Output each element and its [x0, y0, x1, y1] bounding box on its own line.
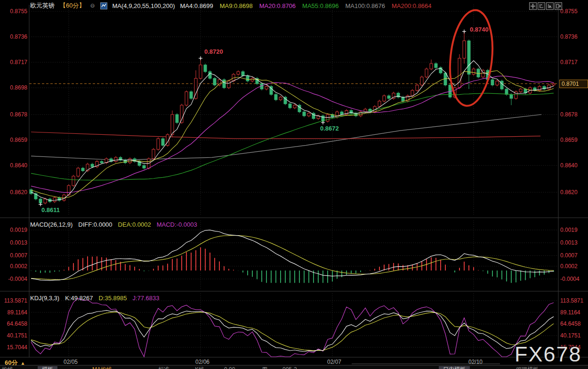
- candle: [157, 139, 160, 149]
- candle: [496, 81, 499, 85]
- candle: [72, 176, 75, 186]
- candle: [81, 168, 84, 171]
- macd-axis-tick-right: -0.0004: [560, 276, 580, 282]
- exit-panel-icon[interactable]: [555, 2, 562, 10]
- bottom-tab[interactable]: 005-2: [282, 366, 297, 369]
- bottom-tab[interactable]: 均线: [2, 366, 13, 369]
- kdj-axis-tick-right: 40.1751: [560, 333, 580, 339]
- candle: [279, 97, 282, 100]
- macd-axis-tick-left: 0.0002: [0, 263, 27, 270]
- bottom-tab[interactable]: 模板: [38, 366, 57, 369]
- candle: [213, 78, 216, 85]
- candle: [383, 96, 386, 101]
- main-axis-tick-left: 0.8755: [0, 8, 27, 15]
- main-axis-tick-left: 0.8659: [0, 137, 27, 143]
- ma-group-label: MA(4,9,20,55,100,200): [113, 2, 175, 9]
- price-annotation: 0.8672: [320, 125, 339, 132]
- candle: [190, 92, 193, 98]
- indicator-value-label: J:77.6833: [132, 295, 159, 302]
- candle: [44, 199, 47, 203]
- candle: [227, 81, 230, 88]
- ma9-line: [31, 71, 554, 198]
- candle: [378, 101, 381, 107]
- candle: [505, 89, 508, 94]
- macd-axis-tick-left: 0.0007: [0, 253, 27, 259]
- indicator-value-label: MA4:0.8699: [180, 2, 213, 9]
- axis-scale-icon[interactable]: [538, 2, 545, 10]
- period-label: 【60分】: [60, 1, 85, 10]
- diff-line: [31, 230, 554, 280]
- ma55-line: [31, 93, 554, 180]
- bottom-tab[interactable]: K线: [195, 366, 204, 369]
- candle: [411, 90, 414, 96]
- kdj-axis-tick-left: 89.1164: [0, 310, 27, 316]
- up-triangle-icon: ▲: [20, 361, 25, 366]
- main-axis-tick-right: 0.8620: [560, 189, 578, 196]
- bottom-tab[interactable]: 标准: [158, 366, 169, 369]
- main-axis-tick-left: 0.8698: [0, 85, 27, 91]
- candle: [387, 96, 390, 98]
- bottom-tab[interactable]: MA均线: [92, 366, 112, 369]
- date-label: 02/10: [468, 359, 483, 365]
- candle: [552, 84, 555, 85]
- k-line: [31, 311, 554, 352]
- chart-canvas[interactable]: [0, 0, 588, 369]
- candle: [204, 65, 207, 72]
- window-toolbar: [529, 2, 562, 10]
- axis-play-icon[interactable]: [546, 2, 554, 10]
- candle: [223, 80, 226, 88]
- bottom-tab-bar: 均线模板MA均线标准K线0.00周005-2日内模板管理模板: [0, 365, 588, 369]
- kdj-axis-tick-left: 40.1751: [0, 333, 27, 339]
- indicator-value-label: MA100:0.8676: [345, 2, 385, 9]
- indicator-value-label: MA55:0.8696: [302, 2, 338, 9]
- candle: [100, 162, 103, 163]
- candle: [114, 157, 117, 162]
- bottom-tab[interactable]: 0.00: [224, 366, 235, 369]
- indicator-value-label: D:35.8985: [98, 295, 127, 302]
- dea-line: [31, 236, 554, 280]
- main-axis-tick-left: 0.8717: [0, 59, 27, 66]
- bottom-tab[interactable]: 周: [262, 366, 267, 369]
- candle: [176, 115, 178, 123]
- candles-layer: [30, 32, 555, 205]
- date-label: 02/05: [64, 359, 78, 365]
- main-axis-tick-right: 0.8659: [560, 137, 578, 143]
- candle: [143, 165, 145, 168]
- kdj-axis-tick-right: 113.5871: [560, 298, 583, 304]
- price-annotation: 0.8740: [470, 26, 489, 33]
- price-annotation: 0.8720: [204, 48, 223, 55]
- candle: [491, 80, 494, 85]
- candle: [463, 41, 466, 58]
- candle: [289, 104, 291, 108]
- kline-chart-icon[interactable]: [100, 2, 107, 9]
- candle: [209, 72, 211, 78]
- chart-app: 欧元英镑 【60分】 ⊖ MA(4,9,20,55,100,200) MA4:0…: [0, 0, 588, 369]
- indicator-value-label: MA200:0.8664: [392, 2, 432, 9]
- candle: [548, 85, 550, 89]
- candle: [246, 76, 249, 81]
- candle: [237, 72, 240, 74]
- candle: [218, 80, 221, 85]
- macd-axis-tick-right: 0.0019: [560, 227, 578, 233]
- kdj-header: KDJ(9,3,3)K:49.8267D:35.8985J:77.6833: [30, 295, 160, 302]
- main-axis-tick-left: 0.8678: [0, 112, 27, 118]
- indicator-value-label: DEA:0.0002: [118, 221, 151, 228]
- candle: [242, 72, 244, 76]
- macd-axis-tick-right: 0.0007: [560, 253, 578, 259]
- candle: [161, 139, 164, 145]
- candle: [477, 69, 480, 77]
- bottom-tab[interactable]: 日内模板: [439, 366, 470, 369]
- main-axis-tick-right: 0.8640: [560, 163, 578, 169]
- macd-axis-tick-left: 0.0013: [0, 240, 27, 246]
- price-annotation: 0.8611: [41, 206, 60, 213]
- candle: [430, 64, 433, 69]
- move-tool-icon[interactable]: [529, 2, 537, 10]
- collapse-icon[interactable]: ⊖: [90, 2, 95, 9]
- macd-axis-tick-left: 0.0019: [0, 227, 27, 233]
- candle: [293, 105, 296, 108]
- candle: [274, 94, 277, 99]
- candle: [472, 69, 475, 74]
- indicator-value-label: MA20:0.8706: [259, 2, 296, 9]
- indicator-value-label: DIFF:0.0000: [78, 221, 112, 228]
- candle: [152, 149, 155, 159]
